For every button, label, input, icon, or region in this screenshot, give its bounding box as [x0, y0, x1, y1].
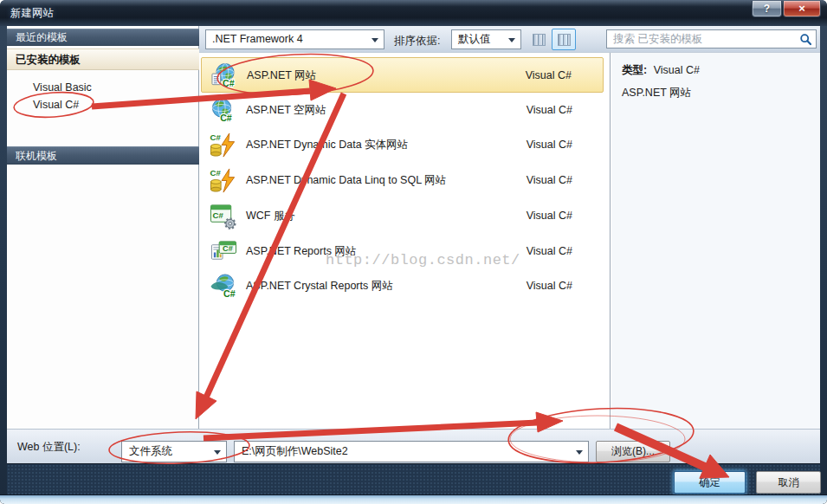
template-list: C# ASP.NET 网站 Visual C# C# ASP.NET 空网站 V…	[200, 53, 611, 429]
help-icon: ?	[764, 3, 770, 15]
framework-dropdown[interactable]: .NET Framework 4	[205, 29, 384, 49]
template-language: Visual C#	[526, 58, 572, 94]
category-sidebar: 最近的模板 已安装的模板 Visual Basic Visual C# 联机模板	[7, 26, 199, 429]
sidebar-section-online-templates[interactable]: 联机模板	[7, 146, 199, 165]
new-website-dialog: 新建网站 ? × .NET Framework 4 排序依据: 默认值	[0, 0, 827, 504]
template-name: ASP.NET 网站	[247, 58, 316, 94]
title-bar: 新建网站 ? ×	[0, 0, 827, 26]
web-location-bar: Web 位置(L): 文件系统 浏览(B)...	[7, 429, 820, 463]
view-small-icons-button[interactable]	[552, 29, 576, 50]
path-combobox	[234, 441, 589, 462]
template-language: Visual C#	[527, 127, 572, 163]
chevron-down-icon	[372, 38, 378, 42]
close-icon: ×	[798, 2, 805, 15]
reports-website-icon: C#	[209, 238, 238, 265]
aspnet-website-icon: C#	[210, 62, 239, 89]
template-name: WCF 服务	[246, 198, 295, 234]
small-icons-icon	[558, 34, 571, 46]
svg-text:C#: C#	[210, 168, 222, 178]
sidebar-section-recent-templates[interactable]: 最近的模板	[7, 29, 199, 46]
location-type-value: 文件系统	[129, 442, 172, 462]
svg-text:C#: C#	[223, 78, 235, 88]
chevron-down-icon	[508, 38, 515, 42]
template-list-item[interactable]: C# WCF 服务 Visual C#	[201, 198, 604, 234]
watermark: http://blog.csdn.net/	[326, 252, 520, 268]
template-list-item[interactable]: C# ASP.NET 空网站 Visual C#	[201, 93, 604, 128]
cancel-button[interactable]: 取消	[756, 471, 821, 494]
medium-icons-icon	[533, 34, 546, 46]
template-name: ASP.NET 空网站	[246, 93, 326, 128]
type-label: 类型:	[622, 64, 647, 76]
window-title: 新建网站	[10, 6, 54, 21]
svg-text:C#: C#	[210, 132, 222, 142]
template-language: Visual C#	[527, 268, 572, 304]
svg-text:C#: C#	[223, 288, 236, 299]
dynamic-data-linq-icon: C#	[209, 167, 238, 194]
aspnet-empty-website-icon: C#	[209, 97, 238, 124]
path-input[interactable]	[240, 443, 569, 460]
chevron-down-icon	[214, 450, 221, 455]
template-language: Visual C#	[527, 163, 572, 198]
template-list-item[interactable]: C# ASP.NET Dynamic Data Linq to SQL 网站 V…	[201, 163, 604, 198]
search-input[interactable]	[611, 31, 793, 47]
template-language: Visual C#	[527, 198, 572, 234]
sort-by-label: 排序依据:	[394, 34, 440, 48]
template-list-item[interactable]: C# ASP.NET Crystal Reports 网站 Visual C#	[201, 268, 604, 304]
framework-value: .NET Framework 4	[212, 30, 303, 48]
footer-bar: 确定 取消	[7, 463, 820, 494]
template-name: ASP.NET Dynamic Data 实体网站	[246, 127, 408, 163]
svg-text:C#: C#	[223, 244, 233, 253]
sidebar-section-installed-templates[interactable]: 已安装的模板	[7, 48, 199, 70]
template-language: Visual C#	[527, 234, 572, 269]
browse-button[interactable]: 浏览(B)...	[596, 441, 670, 462]
chevron-down-icon[interactable]	[576, 450, 583, 455]
crystal-reports-icon: C#	[209, 273, 238, 300]
search-icon[interactable]	[799, 33, 812, 46]
close-button[interactable]: ×	[783, 1, 821, 17]
details-panel: 类型: Visual C# ASP.NET 网站	[611, 53, 820, 429]
wcf-service-icon: C#	[209, 203, 238, 229]
template-list-item[interactable]: C# ASP.NET 网站 Visual C#	[201, 57, 604, 93]
svg-text:C#: C#	[212, 210, 223, 220]
type-value: Visual C#	[654, 64, 700, 76]
template-name: ASP.NET Dynamic Data Linq to SQL 网站	[246, 163, 446, 198]
search-box	[606, 29, 817, 48]
dynamic-data-entities-icon: C#	[209, 132, 238, 158]
template-name: ASP.NET Crystal Reports 网站	[246, 268, 393, 304]
help-button[interactable]: ?	[752, 1, 782, 17]
web-location-label: Web 位置(L):	[17, 440, 81, 455]
dialog-body: .NET Framework 4 排序依据: 默认值	[7, 26, 820, 429]
template-description: ASP.NET 网站	[622, 86, 691, 100]
template-language: Visual C#	[527, 93, 572, 128]
svg-text:C#: C#	[220, 113, 232, 123]
sort-value: 默认值	[458, 30, 491, 48]
template-list-item[interactable]: C# ASP.NET Dynamic Data 实体网站 Visual C#	[201, 127, 604, 163]
sort-dropdown[interactable]: 默认值	[451, 29, 521, 49]
sidebar-item-visual-basic[interactable]: Visual Basic	[7, 80, 198, 96]
ok-button[interactable]: 确定	[674, 471, 746, 494]
location-type-dropdown[interactable]: 文件系统	[121, 441, 227, 462]
sidebar-item-visual-csharp[interactable]: Visual C#	[7, 97, 198, 113]
window-bottom-border	[0, 494, 827, 504]
view-medium-icons-button[interactable]	[527, 29, 550, 50]
